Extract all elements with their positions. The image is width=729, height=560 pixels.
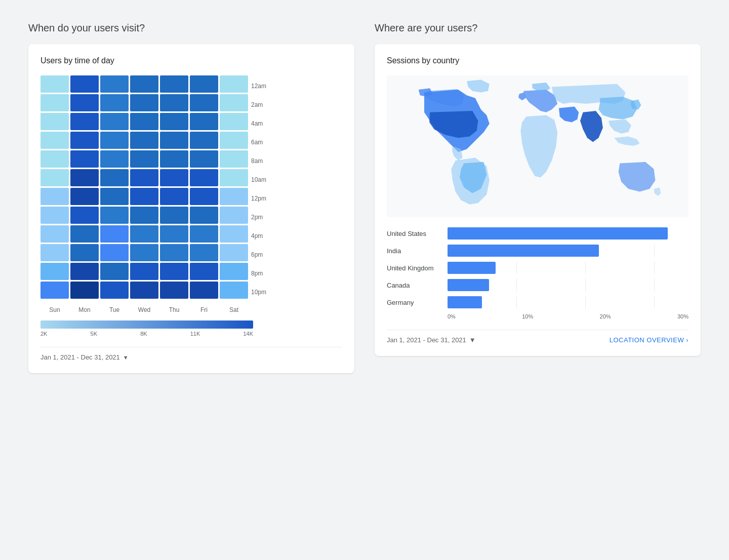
heatmap-cell[interactable]	[40, 225, 69, 243]
world-map	[387, 75, 688, 217]
heatmap-cell[interactable]	[100, 244, 129, 261]
heatmap-cell[interactable]	[100, 132, 129, 149]
heatmap-cell[interactable]	[40, 244, 69, 261]
axis-label: 0%	[448, 313, 456, 319]
heatmap-cell[interactable]	[220, 94, 248, 111]
heatmap-cell[interactable]	[130, 113, 158, 130]
heatmap-cell[interactable]	[160, 169, 188, 186]
heatmap-cell[interactable]	[130, 132, 158, 149]
heatmap-cell[interactable]	[100, 188, 129, 205]
heatmap-cell[interactable]	[220, 207, 248, 224]
heatmap-cell[interactable]	[130, 244, 158, 261]
heatmap-cell[interactable]	[70, 113, 99, 130]
legend-11k: 11K	[190, 331, 200, 337]
heatmap-cell[interactable]	[40, 207, 69, 224]
heatmap-cell[interactable]	[220, 244, 248, 261]
heatmap-cell[interactable]	[160, 225, 188, 243]
heatmap-cell[interactable]	[190, 94, 218, 111]
heatmap-cell[interactable]	[220, 263, 248, 280]
heatmap-time-label: 8pm	[251, 264, 266, 283]
heatmap-cell[interactable]	[40, 169, 69, 186]
bar-track	[448, 279, 688, 291]
heatmap-cell[interactable]	[160, 207, 188, 224]
heatmap-cell[interactable]	[40, 188, 69, 205]
heatmap-cell[interactable]	[190, 282, 218, 299]
heatmap-cell[interactable]	[100, 94, 129, 111]
heatmap-cell[interactable]	[160, 94, 188, 111]
heatmap-cell[interactable]	[130, 75, 158, 93]
heatmap-cell[interactable]	[160, 263, 188, 280]
heatmap-cell[interactable]	[190, 207, 218, 224]
heatmap-cell[interactable]	[190, 169, 218, 186]
heatmap-cell[interactable]	[220, 113, 248, 130]
heatmap-cell[interactable]	[190, 132, 218, 149]
heatmap-cell[interactable]	[190, 188, 218, 205]
heatmap-time-labels: 12am2am4am6am8am10am12pm2pm4pm6pm8pm10pm	[251, 75, 266, 302]
heatmap-cell[interactable]	[100, 169, 129, 186]
bar-country-label: United Kingdom	[387, 264, 448, 272]
heatmap-cell[interactable]	[130, 150, 158, 168]
heatmap-cell[interactable]	[40, 94, 69, 111]
heatmap-cell[interactable]	[70, 169, 99, 186]
heatmap-cell[interactable]	[70, 94, 99, 111]
heatmap-cell[interactable]	[40, 282, 69, 299]
heatmap-cell[interactable]	[190, 75, 218, 93]
heatmap-cell[interactable]	[160, 113, 188, 130]
heatmap-cell[interactable]	[40, 113, 69, 130]
heatmap-cell[interactable]	[160, 75, 188, 93]
heatmap-cell[interactable]	[100, 263, 129, 280]
heatmap-cell[interactable]	[100, 207, 129, 224]
heatmap-cell[interactable]	[220, 132, 248, 149]
location-overview-link[interactable]: LOCATION OVERVIEW ›	[610, 336, 688, 344]
heatmap-cell[interactable]	[130, 225, 158, 243]
heatmap-cell[interactable]	[220, 150, 248, 168]
heatmap-cell[interactable]	[70, 263, 99, 280]
heatmap-cell[interactable]	[130, 94, 158, 111]
heatmap-cell[interactable]	[100, 282, 129, 299]
heatmap-cell[interactable]	[160, 132, 188, 149]
heatmap-cell[interactable]	[220, 169, 248, 186]
heatmap-cell[interactable]	[70, 225, 99, 243]
heatmap-cell[interactable]	[70, 75, 99, 93]
heatmap-cell[interactable]	[190, 113, 218, 130]
heatmap-cell[interactable]	[70, 244, 99, 261]
bars-wrapper: United StatesIndiaUnited KingdomCanadaGe…	[387, 227, 688, 308]
heatmap-cell[interactable]	[220, 75, 248, 93]
heatmap-time-label: 4pm	[251, 226, 266, 245]
heatmap-cell[interactable]	[190, 225, 218, 243]
heatmap-cell[interactable]	[130, 188, 158, 205]
heatmap-cell[interactable]	[100, 150, 129, 168]
bar-fill	[448, 262, 496, 274]
heatmap-cell[interactable]	[160, 282, 188, 299]
heatmap-cell[interactable]	[220, 188, 248, 205]
heatmap-cell[interactable]	[70, 188, 99, 205]
heatmap-cell[interactable]	[100, 225, 129, 243]
heatmap-cell[interactable]	[190, 263, 218, 280]
heatmap-time-label: 8am	[251, 151, 266, 170]
heatmap-cell[interactable]	[160, 188, 188, 205]
heatmap-cell[interactable]	[220, 282, 248, 299]
heatmap-cell[interactable]	[40, 263, 69, 280]
heatmap-cell[interactable]	[70, 207, 99, 224]
heatmap-cell[interactable]	[220, 225, 248, 243]
heatmap-cell[interactable]	[130, 207, 158, 224]
heatmap-cell[interactable]	[190, 244, 218, 261]
legend-5k: 5K	[91, 331, 97, 337]
heatmap-cell[interactable]	[160, 150, 188, 168]
heatmap-cell[interactable]	[40, 150, 69, 168]
heatmap-date-footer[interactable]: Jan 1, 2021 - Dec 31, 2021 ▼	[40, 347, 342, 361]
heatmap-cell[interactable]	[40, 132, 69, 149]
heatmap-cell[interactable]	[40, 75, 69, 93]
heatmap-cell[interactable]	[190, 150, 218, 168]
heatmap-cell[interactable]	[130, 169, 158, 186]
bar-track	[448, 227, 688, 239]
heatmap-cell[interactable]	[70, 282, 99, 299]
heatmap-cell[interactable]	[100, 75, 129, 93]
heatmap-cell[interactable]	[70, 150, 99, 168]
heatmap-cell[interactable]	[100, 113, 129, 130]
heatmap-cell[interactable]	[160, 244, 188, 261]
heatmap-cell[interactable]	[130, 263, 158, 280]
legend-14k: 14K	[243, 331, 253, 337]
heatmap-cell[interactable]	[130, 282, 158, 299]
heatmap-cell[interactable]	[70, 132, 99, 149]
